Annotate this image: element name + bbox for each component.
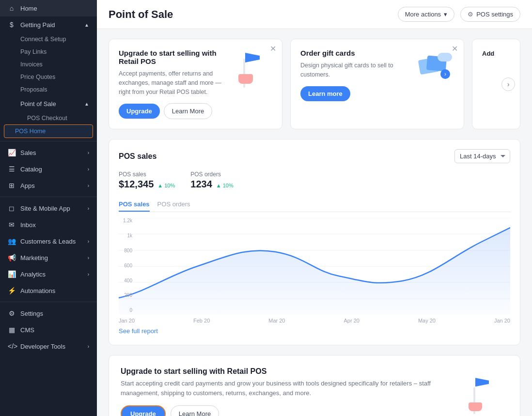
chart-svg (119, 218, 510, 315)
chart-wrapper: 0 200 400 600 800 1k 1.2k (119, 218, 510, 324)
automations-icon: ⚡ (8, 287, 16, 294)
sidebar-sub-invoices[interactable]: Invoices (0, 58, 97, 71)
chart-tab-pos-orders[interactable]: POS orders (157, 198, 190, 212)
sidebar-item-home[interactable]: ⌂ Home (0, 0, 97, 16)
catalog-icon: ☰ (8, 165, 16, 173)
sidebar-item-getting-paid[interactable]: $ Getting Paid ▲ (0, 16, 97, 33)
upgrade-banner-text: Upgrade to start selling with Retail POS… (121, 367, 457, 416)
sidebar-sub-pay-links[interactable]: Pay Links (0, 46, 97, 58)
y-axis-labels: 0 200 400 600 800 1k 1.2k (119, 218, 134, 315)
promo-card-2-learn-more-button[interactable]: Learn more (300, 86, 350, 101)
sidebar-settings-label: Settings (20, 310, 43, 317)
page-title: Point of Sale (109, 8, 392, 21)
sidebar-catalog-label: Catalog (20, 166, 42, 173)
chevron-right-catalog: › (88, 167, 89, 172)
banner-hand (469, 402, 482, 411)
stats-row: POS sales $12,345 ▲ 10% POS orders 1234 … (119, 171, 510, 190)
promo-card-1-title: Upgrade to start selling with Retail POS (119, 49, 226, 65)
sidebar-sub-pos-home[interactable]: POS Home (4, 124, 93, 138)
dev-tools-icon: </> (8, 342, 16, 350)
chart-title: POS sales (119, 152, 449, 161)
sidebar-sub-connect-setup[interactable]: Connect & Setup (0, 33, 97, 46)
see-full-report-button[interactable]: See full report (119, 324, 158, 335)
sidebar-analytics-label: Analytics (20, 271, 46, 278)
chart-tab-pos-sales[interactable]: POS sales (119, 198, 150, 212)
stat-pos-sales: POS sales $12,345 ▲ 10% (119, 171, 175, 190)
chevron-right-analytics: › (88, 272, 89, 277)
main-content: Point of Sale More actions ▾ ⚙ POS setti… (97, 0, 532, 416)
gear-icon: ⚙ (468, 11, 473, 18)
sidebar-automations-label: Automations (20, 287, 55, 294)
sidebar-item-settings[interactable]: ⚙ Settings (0, 305, 97, 322)
sidebar-item-point-of-sale[interactable]: Point of Sale ▲ (0, 96, 97, 112)
settings-icon: ⚙ (8, 309, 16, 317)
sidebar-item-developer-tools[interactable]: </> Developer Tools › (0, 338, 97, 354)
stat-pos-orders-change: ▲ 10% (216, 183, 234, 188)
promo-card-1-learn-more-button[interactable]: Learn More (164, 103, 212, 119)
dollar-icon: $ (8, 21, 16, 29)
upgrade-banner-actions: Upgrade Learn More (121, 405, 457, 416)
stat-pos-orders-label: POS orders (190, 171, 233, 178)
promo-card-2-text: Order gift cards Design physical gift ca… (300, 49, 407, 101)
marketing-icon: 📢 (8, 254, 16, 262)
promo-card-1-actions: Upgrade Learn More (119, 103, 226, 119)
sidebar-item-catalog[interactable]: ☰ Catalog › (0, 161, 97, 177)
chevron-right-customers: › (88, 239, 89, 244)
apps-icon: ⊞ (8, 182, 16, 189)
sidebar-item-cms[interactable]: ▦ CMS (0, 322, 97, 338)
period-select[interactable]: Last 14-days Last 30 days Last 90 days (454, 149, 510, 163)
promo-card-1-text: Upgrade to start selling with Retail POS… (119, 49, 226, 119)
upgrade-banner: Upgrade to start selling with Retail POS… (109, 355, 520, 416)
promo-card-2-illustration: › (415, 49, 454, 88)
sidebar-item-analytics[interactable]: 📊 Analytics › (0, 266, 97, 282)
promo-card-2-close-button[interactable]: ✕ (452, 45, 458, 53)
sidebar-item-apps[interactable]: ⊞ Apps › (0, 177, 97, 194)
stat-pos-sales-label: POS sales (119, 171, 175, 178)
sidebar-point-of-sale-label: Point of Sale (20, 100, 56, 108)
chevron-right-site: › (88, 206, 89, 211)
chart-area-fill (119, 228, 510, 315)
sidebar-inbox-label: Inbox (20, 221, 36, 229)
top-header: Point of Sale More actions ▾ ⚙ POS setti… (97, 0, 532, 29)
stat-pos-orders: POS orders 1234 ▲ 10% (190, 171, 233, 190)
chevron-right-dev: › (88, 344, 89, 349)
sidebar-item-inbox[interactable]: ✉ Inbox (0, 216, 97, 233)
promo-card-2-description: Design physical gift cards to sell to cu… (300, 61, 407, 79)
pos-settings-button[interactable]: ⚙ POS settings (460, 7, 520, 22)
chart-header: POS sales Last 14-days Last 30 days Last… (119, 149, 510, 163)
sidebar-sub-price-quotes[interactable]: Price Quotes (0, 71, 97, 83)
sidebar-dev-tools-label: Developer Tools (20, 343, 65, 350)
upgrade-banner-upgrade-button[interactable]: Upgrade (121, 405, 166, 416)
sidebar-sales-label: Sales (20, 149, 36, 156)
sidebar-item-customers-leads[interactable]: 👥 Customers & Leads › (0, 233, 97, 249)
chart-area: Jan 20 Feb 20 Mar 20 Apr 20 May 20 Jan 2… (119, 218, 510, 324)
sidebar-item-sales[interactable]: 📈 Sales › (0, 144, 97, 161)
upgrade-banner-learn-more-button[interactable]: Learn More (171, 405, 219, 416)
sidebar-item-automations[interactable]: ⚡ Automations (0, 282, 97, 299)
chart-section: POS sales Last 14-days Last 30 days Last… (109, 139, 520, 345)
promo-card-1-upgrade-button[interactable]: Upgrade (119, 104, 160, 119)
promo-card-partial: Add › (472, 39, 520, 129)
more-actions-button[interactable]: More actions ▾ (398, 7, 454, 22)
cms-icon: ▦ (8, 326, 16, 334)
promo-card-1-close-button[interactable]: ✕ (270, 45, 276, 53)
pos-settings-label: POS settings (476, 11, 513, 18)
next-card-button[interactable]: › (501, 77, 515, 91)
chevron-down-icon: ▾ (444, 11, 447, 18)
sidebar-site-mobile-label: Site & Mobile App (20, 205, 70, 212)
sidebar-item-marketing[interactable]: 📢 Marketing › (0, 249, 97, 266)
sidebar-item-site-mobile[interactable]: ◻ Site & Mobile App › (0, 200, 97, 216)
sidebar-customers-label: Customers & Leads (20, 238, 76, 245)
sidebar-getting-paid-label: Getting Paid (20, 21, 55, 29)
stat-pos-sales-change: ▲ 10% (157, 183, 175, 188)
stat-pos-orders-value: 1234 (190, 179, 212, 190)
sidebar-sub-proposals[interactable]: Proposals (0, 83, 97, 96)
cloud-shape (438, 53, 452, 62)
upgrade-banner-description: Start accepting credit card payments and… (121, 379, 457, 398)
chevron-right-marketing: › (88, 255, 89, 261)
sales-icon: 📈 (8, 149, 16, 156)
chevron-right-apps: › (88, 183, 89, 188)
promo-card-1-description: Accept payments, offer returns and excha… (119, 69, 226, 96)
flag-shape (245, 53, 260, 62)
sidebar-sub-pos-checkout[interactable]: POS Checkout (0, 112, 97, 124)
